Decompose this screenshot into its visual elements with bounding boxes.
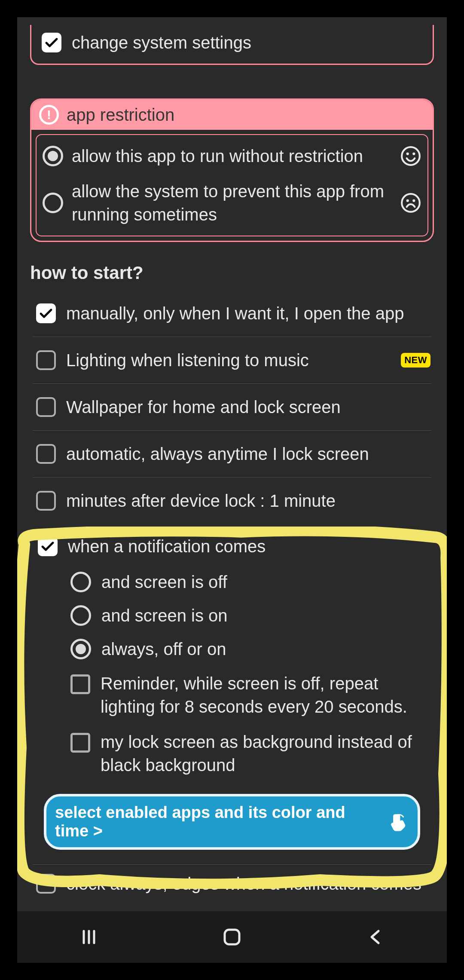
cta-label: select enabled apps and its color and ti… <box>55 803 383 840</box>
settings-screen: change system settings ! app restriction… <box>17 17 447 963</box>
checkbox-unchecked-icon <box>36 874 56 894</box>
option-minutes-after-lock[interactable]: minutes after device lock : 1 minute <box>33 478 431 524</box>
svg-point-0 <box>402 147 420 165</box>
option-label: Lighting when listening to music <box>66 349 391 371</box>
nav-recents-button[interactable] <box>74 922 104 952</box>
nav-home-button[interactable] <box>217 922 247 952</box>
option-label: minutes after device lock : 1 minute <box>66 490 430 512</box>
checkbox-unchecked-icon <box>36 491 56 511</box>
radio-unselected-icon <box>43 193 63 213</box>
app-restriction-header: ! app restriction <box>31 100 433 130</box>
svg-point-4 <box>406 199 409 202</box>
change-system-settings-card: change system settings <box>30 25 434 65</box>
checkbox-unchecked-icon <box>70 674 90 694</box>
option-label: clock always, edges when a notification … <box>66 873 430 895</box>
new-badge: NEW <box>401 353 430 368</box>
radio-label: allow the system to prevent this app fro… <box>72 180 391 226</box>
svg-point-5 <box>412 199 415 202</box>
frown-icon <box>400 192 421 214</box>
option-manual[interactable]: manually, only when I want it, I open th… <box>33 290 431 337</box>
option-label: automatic, always anytime I lock screen <box>66 443 430 465</box>
change-system-settings-label: change system settings <box>72 33 251 52</box>
how-to-start-section: how to start? manually, only when I want… <box>30 263 434 895</box>
app-restriction-card: ! app restriction allow this app to run … <box>30 98 434 242</box>
option-label: when a notification comes <box>68 535 429 557</box>
android-navbar <box>17 911 447 963</box>
smile-icon <box>400 145 421 167</box>
checkbox-unchecked-icon <box>36 397 56 417</box>
notification-block: when a notification comes and screen is … <box>33 524 431 863</box>
option-when-notification[interactable]: when a notification comes <box>34 533 430 565</box>
radio-screen-off[interactable]: and screen is off <box>34 565 430 599</box>
home-icon <box>221 926 243 948</box>
svg-rect-9 <box>225 930 239 944</box>
radio-label: allow this app to run without restrictio… <box>72 144 391 168</box>
checkbox-checked-icon <box>42 33 61 52</box>
radio-unselected-icon <box>70 572 91 592</box>
radio-selected-icon <box>43 146 63 166</box>
svg-point-2 <box>412 153 415 155</box>
check-label: Reminder, while screen is off, repeat li… <box>101 672 421 718</box>
checkbox-checked-icon <box>36 303 56 323</box>
option-clock-always[interactable]: clock always, edges when a notification … <box>33 864 431 895</box>
option-label: manually, only when I want it, I open th… <box>66 302 430 325</box>
nav-back-button[interactable] <box>360 922 390 952</box>
back-icon <box>366 928 385 946</box>
app-restriction-title: app restriction <box>67 105 174 125</box>
option-label: Wallpaper for home and lock screen <box>66 396 430 418</box>
option-lighting-music[interactable]: Lighting when listening to music NEW <box>33 337 431 384</box>
change-system-settings-row[interactable]: change system settings <box>42 33 422 52</box>
svg-point-3 <box>402 194 420 212</box>
checkbox-unchecked-icon <box>36 350 56 370</box>
radio-label: and screen is off <box>101 570 227 594</box>
radio-allow-without-restriction[interactable]: allow this app to run without restrictio… <box>43 138 421 174</box>
how-to-start-title: how to start? <box>30 263 434 283</box>
recents-icon <box>79 928 98 946</box>
alert-icon: ! <box>39 105 59 125</box>
checkbox-unchecked-icon <box>70 733 90 753</box>
radio-label: and screen is on <box>101 604 228 627</box>
checkbox-unchecked-icon <box>36 444 56 464</box>
radio-label: always, off or on <box>101 637 226 661</box>
option-wallpaper[interactable]: Wallpaper for home and lock screen <box>33 384 431 431</box>
radio-screen-on[interactable]: and screen is on <box>34 599 430 632</box>
radio-always[interactable]: always, off or on <box>34 632 430 666</box>
radio-unselected-icon <box>70 605 91 626</box>
select-enabled-apps-button[interactable]: select enabled apps and its color and ti… <box>44 794 420 850</box>
radio-selected-icon <box>70 639 91 659</box>
check-lockscreen-bg[interactable]: my lock screen as background instead of … <box>34 724 430 783</box>
radio-allow-prevent[interactable]: allow the system to prevent this app fro… <box>43 174 421 232</box>
touch-icon <box>389 812 409 832</box>
option-automatic-lock[interactable]: automatic, always anytime I lock screen <box>33 431 431 478</box>
checkbox-checked-icon <box>38 536 58 556</box>
check-reminder-repeat[interactable]: Reminder, while screen is off, repeat li… <box>34 666 430 724</box>
svg-point-1 <box>406 153 409 155</box>
check-label: my lock screen as background instead of … <box>101 730 421 777</box>
app-restriction-options: allow this app to run without restrictio… <box>36 134 428 236</box>
